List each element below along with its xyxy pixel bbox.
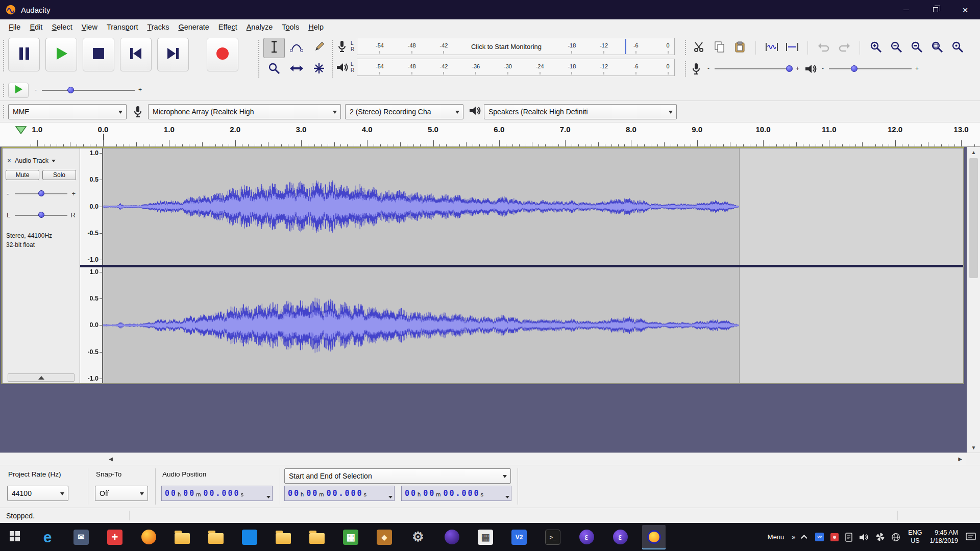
play-at-speed-button[interactable] <box>8 83 29 98</box>
audio-position-counter[interactable]: 00h00m00.000s <box>161 486 273 501</box>
clock[interactable]: 9:45 AM1/18/2019 <box>929 529 958 545</box>
taskbar-mail-icon[interactable]: ✉ <box>69 525 93 549</box>
mute-button[interactable]: Mute <box>6 170 39 180</box>
slider-thumb[interactable] <box>67 87 74 93</box>
audio-clip[interactable] <box>103 148 740 265</box>
menu-edit[interactable]: Edit <box>25 21 47 33</box>
pause-button[interactable] <box>8 38 40 71</box>
taskbar-archive-icon[interactable]: ◆ <box>373 525 396 549</box>
time-digits[interactable]: 00.000 <box>443 489 480 498</box>
selection-mode-select[interactable]: Start and End of Selection <box>284 468 511 484</box>
tray-network-icon[interactable] <box>891 533 900 542</box>
zoom-tool-button[interactable] <box>263 59 285 80</box>
time-digits[interactable]: 00 <box>288 489 300 498</box>
toolbar-grip[interactable] <box>3 105 5 118</box>
slider-thumb[interactable] <box>851 65 857 72</box>
scroll-down-button[interactable]: ▼ <box>967 442 980 453</box>
time-digits[interactable]: 00 <box>405 489 417 498</box>
taskbar-calculator-icon[interactable]: ▦ <box>474 525 497 549</box>
horizontal-scrollbar[interactable]: ◀ ▶ <box>0 453 980 465</box>
slider-thumb[interactable] <box>38 190 44 196</box>
waveform-area-right-channel[interactable] <box>103 267 963 384</box>
overflow-chevron-icon[interactable]: » <box>792 534 795 541</box>
copy-button[interactable] <box>710 40 729 56</box>
time-digits[interactable]: 00 <box>165 489 177 498</box>
zoom-out-button[interactable] <box>887 40 905 56</box>
time-digits[interactable]: 00.000 <box>203 489 240 498</box>
taskbar-first-aid-icon[interactable]: + <box>103 525 127 549</box>
stop-button[interactable] <box>83 38 114 71</box>
snap-to-select[interactable]: Off <box>95 486 148 501</box>
scroll-left-button[interactable]: ◀ <box>105 453 116 465</box>
minimize-button[interactable] <box>891 0 921 19</box>
taskbar-folder-4-icon[interactable] <box>305 525 329 549</box>
zoom-toggle-button[interactable] <box>948 40 967 56</box>
record-button[interactable] <box>207 38 238 71</box>
meter-monitoring-message[interactable]: Click to Start Monitoring <box>471 43 542 51</box>
time-digits[interactable]: 00.000 <box>326 489 363 498</box>
tray-volume-icon[interactable] <box>859 533 869 541</box>
chevron-down-icon[interactable] <box>266 496 271 498</box>
playback-meter[interactable]: -54-48-42-36-30-24-18-12-60 <box>357 59 675 76</box>
taskbar-folder-1-icon[interactable] <box>170 525 194 549</box>
toolbar-grip[interactable] <box>685 61 687 77</box>
menu-tools[interactable]: Tools <box>277 21 304 33</box>
time-digits[interactable]: 00 <box>183 489 195 498</box>
fit-selection-button[interactable] <box>908 40 926 56</box>
multi-tool-button[interactable] <box>308 59 330 80</box>
restore-button[interactable] <box>921 0 950 19</box>
menu-view[interactable]: View <box>77 21 102 33</box>
taskbar-audacity-icon[interactable] <box>642 525 666 549</box>
toolbar-grip[interactable] <box>3 40 5 71</box>
waveform-area-left-channel[interactable] <box>103 148 963 265</box>
vertical-scrollbar-thumb[interactable] <box>969 158 978 278</box>
taskbar-settings-icon[interactable]: ⚙ <box>406 525 430 549</box>
paste-button[interactable] <box>731 40 749 56</box>
menu-help[interactable]: Help <box>304 21 328 33</box>
zoom-in-button[interactable] <box>867 40 885 56</box>
selection-start-counter[interactable]: 00h00m00.000s <box>284 486 395 501</box>
taskbar-terminal-icon[interactable]: >_ <box>541 525 565 549</box>
taskbar-display-icon[interactable] <box>238 525 261 549</box>
recording-meter[interactable]: Click to Start Monitoring -54-48-42-18-1… <box>357 38 675 55</box>
menu-generate[interactable]: Generate <box>174 21 213 33</box>
time-shift-tool-button[interactable] <box>286 59 307 80</box>
scroll-up-button[interactable]: ▲ <box>967 147 980 157</box>
tray-v2-icon[interactable]: V2 <box>815 533 824 541</box>
taskbar-firefox-icon[interactable] <box>137 525 160 549</box>
menu-transport[interactable]: Transport <box>102 21 143 33</box>
taskbar-menu-label[interactable]: Menu <box>768 533 785 541</box>
menu-tracks[interactable]: Tracks <box>142 21 174 33</box>
playback-speed-slider[interactable]: - + <box>35 85 142 95</box>
fit-project-button[interactable] <box>928 40 946 56</box>
vertical-scale-ruler[interactable]: 1.00.50.0-0.5-1.0 <box>80 148 103 265</box>
close-button[interactable]: × <box>950 0 980 19</box>
tray-pinwheel-icon[interactable] <box>876 533 885 541</box>
track-collapse-button[interactable] <box>8 373 75 382</box>
time-digits[interactable]: 00 <box>306 489 318 498</box>
cut-button[interactable] <box>690 40 708 56</box>
toolbar-grip[interactable] <box>3 84 5 97</box>
silence-audio-button[interactable] <box>783 40 801 56</box>
scroll-right-button[interactable]: ▶ <box>954 453 966 465</box>
taskbar-edge-icon[interactable]: e <box>36 525 59 549</box>
solo-button[interactable]: Solo <box>42 170 76 180</box>
slider-thumb[interactable] <box>38 212 44 218</box>
taskbar-editplus-1-icon[interactable]: ε <box>575 525 598 549</box>
toolbar-grip[interactable] <box>258 40 260 78</box>
redo-button[interactable] <box>835 40 853 56</box>
undo-button[interactable] <box>815 40 833 56</box>
menu-effect[interactable]: Effect <box>214 21 242 33</box>
slider-thumb[interactable] <box>786 65 793 72</box>
recording-volume-slider[interactable]: - + <box>707 64 799 74</box>
taskbar-media-player-icon[interactable] <box>440 525 463 549</box>
chevron-down-icon[interactable] <box>505 496 509 498</box>
track-close-button[interactable]: × <box>5 157 13 165</box>
menu-file[interactable]: File <box>4 21 25 33</box>
playback-device-select[interactable]: Speakers (Realtek High Definiti <box>484 104 677 119</box>
menu-select[interactable]: Select <box>47 21 77 33</box>
time-digits[interactable]: 00 <box>423 489 435 498</box>
vertical-scale-ruler[interactable]: 1.00.50.0-0.5-1.0 <box>80 267 103 384</box>
audio-host-select[interactable]: MME <box>8 104 127 119</box>
skip-to-start-button[interactable] <box>120 38 152 71</box>
